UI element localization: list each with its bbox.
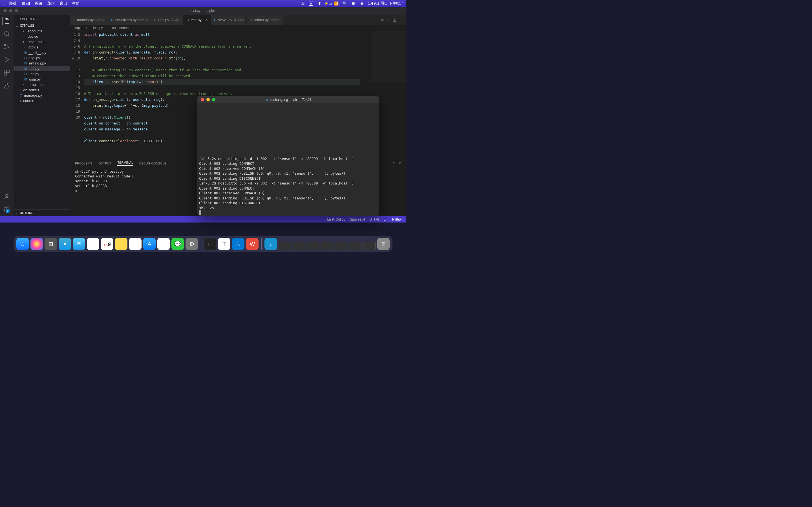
window-close-icon[interactable] [201,98,204,101]
maps-icon[interactable]: ➤ [87,238,99,250]
siri-icon[interactable]: ◉ [359,1,364,6]
run-debug-icon[interactable] [3,56,11,64]
tab-urls-py[interactable]: ⊡urls.pydevice [151,15,184,25]
run-dropdown-icon[interactable]: ⌄ [387,18,390,22]
search-icon[interactable] [3,30,11,38]
menu-help[interactable]: 帮助 [72,1,80,6]
indent-status[interactable]: Spaces: 4 [350,217,365,221]
window-thumbnail[interactable] [335,242,347,250]
downloads-icon[interactable]: ↓ [264,238,277,250]
tab-terminal[interactable]: TERMINAL [117,161,133,166]
menu-edit[interactable]: 编辑 [35,1,42,6]
system-preferences-icon[interactable]: ⚙ [186,238,198,250]
tab-views-py[interactable]: ⊡views.pydevice [211,15,247,25]
window-thumbnail[interactable] [293,242,305,250]
launchpad-icon[interactable]: ⊞ [45,238,57,250]
messages-icon[interactable]: 💬 [171,238,184,250]
tab-problems[interactable]: PROBLEMS [75,162,92,165]
close-icon[interactable]: ✕ [205,18,208,22]
photos-icon[interactable]: ✿ [157,238,170,250]
apple-logo-icon[interactable]:  [3,1,4,6]
testing-icon[interactable] [3,82,11,90]
tree-item-templates[interactable]: ›templates [13,82,70,87]
breadcrumb[interactable]: iotplus › ⊡ test.py › ⊞ on_connect [70,25,406,31]
tree-item-dbsqlite3[interactable]: ≡db.sqlite3 [13,87,70,93]
window-close-icon[interactable] [3,9,7,12]
window-minimize-icon[interactable] [206,98,210,101]
project-root[interactable]: ⌄ IOTPLUS [13,23,70,29]
wps-icon[interactable]: W [246,238,259,250]
calendar-icon[interactable]: 1月9 [101,238,113,250]
settings-gear-icon[interactable]: 1 [3,206,11,214]
safari-icon[interactable]: ✦ [59,238,71,250]
bluetooth-icon[interactable]: ✱ [317,1,322,6]
spotlight-icon[interactable]: 🔍 [343,1,347,6]
split-editor-icon[interactable]: ◫ [393,18,396,22]
menubar-app-name[interactable]: 终端 [9,1,17,6]
extensions-icon[interactable] [3,69,11,76]
outline-section[interactable]: › OUTLINE [13,209,70,216]
siri-icon[interactable] [31,238,43,250]
tree-item-asgipy[interactable]: ⊡asgi.py [13,55,70,61]
input-method-icon[interactable]: 五 [300,1,305,6]
window-thumbnail[interactable] [278,242,291,250]
window-thumbnail[interactable] [321,242,333,250]
minimap[interactable] [372,31,406,82]
textedit-icon[interactable]: T [218,238,231,250]
tree-item-managepy[interactable]: ⊡manage.py [13,93,70,98]
tree-item-settingspy[interactable]: ⊡settings.py [13,61,70,66]
panel-maximize-icon[interactable]: ⌃ [393,161,395,165]
tree-item-testpy[interactable]: ⊡test.py [13,66,70,71]
control-center-icon[interactable]: ☰ [351,1,356,6]
window-thumbnail[interactable] [349,242,361,250]
menu-view[interactable]: 显示 [47,1,55,6]
tree-item-device[interactable]: ›device [13,34,70,39]
tree-item-iotplus[interactable]: ⌄iotplus [13,45,70,50]
menu-shell[interactable]: Shell [22,1,30,6]
terminal-app-icon[interactable]: ›_ [204,238,216,250]
wifi-icon[interactable]: 📶 [334,1,339,6]
tree-item-wsgipy[interactable]: ⊡wsgi.py [13,76,70,82]
tab-debug-console[interactable]: DEBUG CONSOLE [139,162,166,165]
source-control-icon[interactable] [3,43,11,51]
cursor-position[interactable]: Ln 9, Col 38 [327,217,346,221]
finder-icon[interactable]: ☺ [16,238,29,250]
window-thumbnail[interactable] [363,242,375,250]
tree-item-urlspy[interactable]: ⊡urls.py [13,71,70,76]
input-a-icon[interactable]: A [309,1,313,6]
menubar-clock[interactable]: 1月9日 周日 下午6:17 [368,1,403,6]
window-zoom-icon[interactable] [15,9,18,12]
vscode-app-icon[interactable]: ≋ [232,238,245,250]
panel-close-icon[interactable]: ✕ [398,161,401,165]
appstore-icon[interactable]: A [143,238,156,250]
reminders-icon[interactable]: ☰ [129,238,142,250]
eol-status[interactable]: LF [384,217,388,221]
more-actions-icon[interactable]: ⋯ [399,18,403,22]
accounts-icon[interactable] [3,193,11,201]
tree-item-devtemplate[interactable]: ›devtemplate [13,39,70,45]
terminal-window[interactable]: 🗀sushangting — sh — 71×23 [sh-3.2$ mosqu… [197,96,379,216]
encoding-status[interactable]: UTF-8 [370,217,379,221]
window-thumbnail[interactable] [307,242,319,250]
language-status[interactable]: Python [392,217,403,221]
terminal-titlebar[interactable]: 🗀sushangting — sh — 71×23 [197,96,379,103]
tree-item-source[interactable]: ≡source [13,98,70,103]
terminal-output[interactable]: [sh-3.2$ mosquitto_pub -d -i 002 -t 'sen… [197,103,379,216]
tree-item-accounts[interactable]: ›accounts [13,29,70,34]
explorer-icon[interactable] [3,17,10,25]
mail-icon[interactable]: ✉ [73,238,85,250]
trash-icon[interactable]: 🗑 [377,238,390,250]
run-icon[interactable]: ▷ [381,18,384,22]
tab-admin-py[interactable]: ⊡admin.pydevice [247,15,283,25]
tab-serializers-py[interactable]: ⊡serializers.pydevice [108,15,151,25]
menu-window[interactable]: 窗口 [60,1,67,6]
explorer-more-icon[interactable]: ⋯ [63,17,66,20]
tab-output[interactable]: OUTPUT [98,162,111,165]
window-zoom-icon[interactable] [212,98,215,101]
tree-item-initpy[interactable]: ⊡__init__.py [13,50,70,55]
battery-icon[interactable]: ⚡▭ [326,1,330,6]
tab-test-py[interactable]: ⊡test.py✕ [184,15,211,25]
window-minimize-icon[interactable] [9,9,12,12]
notes-icon[interactable] [115,238,128,250]
tab-models-py[interactable]: ⊡models.pydevice [70,15,108,25]
